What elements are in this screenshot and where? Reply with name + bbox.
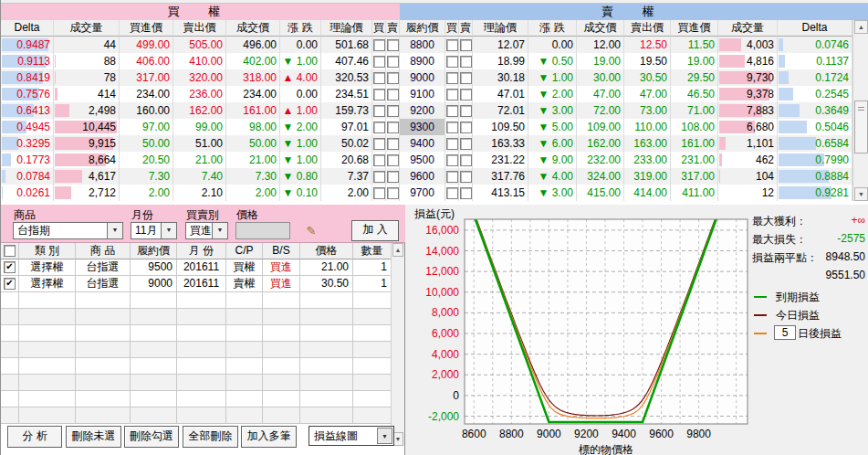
call-buy-checkbox[interactable] [373,72,385,84]
call-sell-checkbox[interactable] [387,105,399,117]
put-buy-checkbox[interactable] [446,39,458,51]
call-sell-checkbox[interactable] [387,187,399,199]
month-select[interactable]: 11月 ▼ [131,222,177,239]
put-bid-cell[interactable]: 29.50 [671,69,718,86]
call-buy-checkbox[interactable] [373,154,385,166]
call-last-cell[interactable]: 496.00 [226,37,280,53]
call-ask-cell[interactable]: 505.00 [173,37,226,53]
days-after-input[interactable] [774,325,796,340]
call-sell-checkbox[interactable] [387,56,399,68]
call-bid-cell[interactable]: 317.00 [120,69,173,86]
call-sell-checkbox[interactable] [387,122,399,133]
put-bid-cell[interactable]: 231.00 [671,152,718,168]
strike-cell[interactable]: 9100 [400,86,445,102]
call-bid-cell[interactable]: 97.00 [120,119,173,135]
call-buy-checkbox[interactable] [373,39,385,51]
call-last-cell[interactable]: 98.00 [226,119,280,135]
strike-cell[interactable]: 9700 [400,185,445,201]
strike-cell[interactable]: 9500 [400,152,445,168]
order-row-checkbox[interactable]: ✔ [4,261,16,273]
scroll-up-icon[interactable]: ▲ [854,20,868,34]
call-sell-checkbox[interactable] [387,154,399,166]
put-sell-checkbox[interactable] [460,105,472,117]
analyze-button[interactable]: 分 析 [7,426,62,448]
put-last-cell[interactable]: 12.00 [577,37,624,53]
chevron-down-icon[interactable]: ▼ [212,223,227,238]
call-ask-cell[interactable]: 21.00 [173,152,226,168]
strike-cell[interactable]: 9300 [400,119,445,135]
put-bid-cell[interactable]: 108.00 [671,119,718,135]
chain-vertical-scrollbar[interactable]: ▲ ▼ [852,20,868,201]
strike-cell[interactable]: 9200 [400,102,445,119]
call-bid-cell[interactable]: 7.30 [120,168,173,185]
put-bid-cell[interactable]: 161.00 [671,135,718,152]
product-select[interactable]: 台指期 ▼ [13,222,123,239]
put-sell-checkbox[interactable] [460,56,472,68]
strike-cell[interactable]: 9400 [400,135,445,152]
call-bid-cell[interactable]: 2.00 [120,185,173,201]
put-last-cell[interactable]: 324.00 [577,168,624,185]
put-buy-checkbox[interactable] [446,56,458,68]
call-ask-cell[interactable]: 236.00 [173,86,226,102]
call-bid-cell[interactable]: 234.00 [120,86,173,102]
call-ask-cell[interactable]: 99.00 [173,119,226,135]
put-last-cell[interactable]: 72.00 [577,102,624,119]
put-ask-cell[interactable]: 73.00 [624,102,671,119]
delete-checked-button[interactable]: 刪除勾選 [124,426,179,448]
put-ask-cell[interactable]: 319.00 [624,168,671,185]
put-bid-cell[interactable]: 19.00 [671,53,718,69]
call-last-cell[interactable]: 7.30 [226,168,280,185]
strike-cell[interactable]: 8800 [400,37,445,53]
call-buy-checkbox[interactable] [373,187,385,199]
add-button[interactable]: 加 入 [351,220,399,241]
put-sell-checkbox[interactable] [460,187,472,199]
put-last-cell[interactable]: 19.00 [577,53,624,69]
put-bid-cell[interactable]: 71.00 [671,102,718,119]
call-buy-checkbox[interactable] [373,171,385,183]
chart-type-select[interactable]: 損益線圖 ▼ [309,426,394,446]
add-multiple-button[interactable]: 加入多筆 [241,426,297,448]
put-sell-checkbox[interactable] [460,72,472,84]
call-buy-checkbox[interactable] [373,138,385,150]
call-sell-checkbox[interactable] [387,39,399,51]
order-list-scrollbar[interactable]: ▲ ▼ [391,243,404,446]
call-ask-cell[interactable]: 162.00 [173,102,226,119]
call-bid-cell[interactable]: 20.50 [120,152,173,168]
price-input[interactable] [235,222,290,239]
put-bid-cell[interactable]: 411.00 [671,185,718,201]
put-sell-checkbox[interactable] [460,154,472,166]
put-last-cell[interactable]: 47.00 [577,86,624,102]
put-last-cell[interactable]: 109.00 [577,119,624,135]
call-last-cell[interactable]: 50.00 [226,135,280,152]
call-buy-checkbox[interactable] [373,105,385,117]
call-buy-checkbox[interactable] [373,56,385,68]
call-last-cell[interactable]: 318.00 [226,69,280,86]
call-bid-cell[interactable]: 50.00 [120,135,173,152]
put-buy-checkbox[interactable] [446,122,458,133]
call-ask-cell[interactable]: 410.00 [173,53,226,69]
scroll-up-icon[interactable]: ▲ [392,243,403,257]
call-buy-checkbox[interactable] [373,122,385,133]
put-sell-checkbox[interactable] [460,39,472,51]
put-buy-checkbox[interactable] [446,105,458,117]
put-ask-cell[interactable]: 233.00 [624,152,671,168]
call-ask-cell[interactable]: 320.00 [173,69,226,86]
call-bid-cell[interactable]: 406.00 [120,53,173,69]
call-last-cell[interactable]: 234.00 [226,86,280,102]
call-sell-checkbox[interactable] [387,138,399,150]
scroll-thumb[interactable] [854,101,868,153]
call-ask-cell[interactable]: 7.40 [173,168,226,185]
put-bid-cell[interactable]: 11.50 [671,37,718,53]
scroll-down-icon[interactable]: ▼ [854,187,868,201]
call-sell-checkbox[interactable] [387,171,399,183]
put-bid-cell[interactable]: 317.00 [671,168,718,185]
put-buy-checkbox[interactable] [446,138,458,150]
put-ask-cell[interactable]: 414.00 [624,185,671,201]
order-row-checkbox[interactable]: ✔ [4,278,16,290]
call-last-cell[interactable]: 2.00 [226,185,280,201]
chevron-down-icon[interactable]: ▼ [377,428,392,444]
call-last-cell[interactable]: 402.00 [226,53,280,69]
put-ask-cell[interactable]: 110.00 [624,119,671,135]
put-ask-cell[interactable]: 12.50 [624,37,671,53]
strike-cell[interactable]: 9000 [400,69,445,86]
